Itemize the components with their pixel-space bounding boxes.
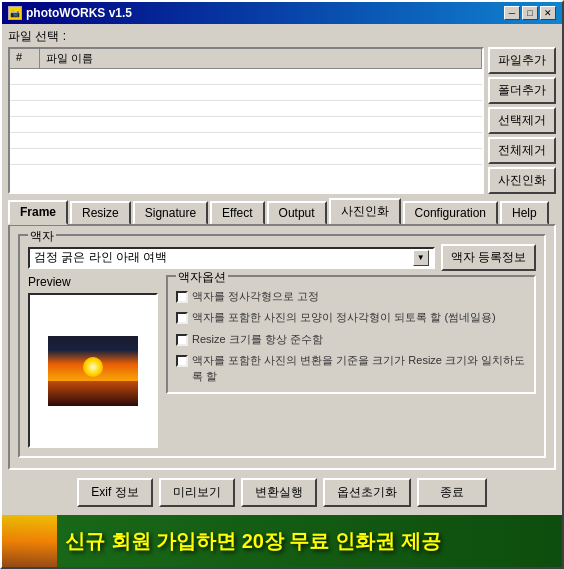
preview-area: Preview [28, 275, 158, 448]
checkbox-row-1: 액자를 정사각형으로 고정 [176, 289, 526, 304]
dropdown-value: 검정 굵은 라인 아래 여백 [34, 249, 167, 266]
checkbox-row-2: 액자를 포함한 사진의 모양이 정사각형이 되토록 할 (썸네일용) [176, 310, 526, 325]
ad-image-inner [2, 515, 57, 567]
preview-button[interactable]: 미리보기 [159, 478, 235, 507]
checkbox-fit-shape-label: 액자를 포함한 사진의 모양이 정사각형이 되토록 할 (썸네일용) [192, 310, 496, 325]
tabs-container: Frame Resize Signature Effect Output 사진인… [8, 198, 556, 470]
frame-main: Preview [28, 275, 536, 448]
main-window: 📷 photoWORKS v1.5 ─ □ ✕ 파일 선택 : # 파일 이름 [0, 0, 564, 569]
tab-help[interactable]: Help [500, 201, 549, 225]
preview-image [48, 336, 138, 406]
frame-dropdown[interactable]: 검정 굵은 라인 아래 여백 ▼ [28, 247, 435, 269]
window-controls: ─ □ ✕ [504, 6, 556, 20]
checkbox-fix-rect[interactable] [176, 291, 188, 303]
remove-selected-button[interactable]: 선택제거 [488, 107, 556, 134]
photo-print-button[interactable]: 사진인화 [488, 167, 556, 194]
tab-effect[interactable]: Effect [210, 201, 264, 225]
ad-text: 신규 회원 가입하면 20장 무료 인화권 제공 [57, 528, 449, 555]
options-section-label: 액자옵션 [176, 269, 228, 286]
file-section: 파일 선택 : # 파일 이름 [8, 28, 556, 194]
exif-button[interactable]: Exif 정보 [77, 478, 152, 507]
file-table-container: # 파일 이름 파일추가 폴더추가 선택제거 [8, 47, 556, 194]
tab-signature[interactable]: Signature [133, 201, 208, 225]
table-body[interactable] [10, 69, 482, 179]
col-name: 파일 이름 [40, 49, 482, 68]
sunset-background [48, 336, 138, 406]
file-table: # 파일 이름 [8, 47, 484, 194]
checkbox-resize-comply-label: Resize 크기를 항상 준수함 [192, 332, 323, 347]
file-buttons: 파일추가 폴더추가 선택제거 전체제거 사진인화 [488, 47, 556, 194]
ad-image [2, 515, 57, 567]
table-row [10, 69, 482, 85]
sun-element [83, 357, 103, 377]
frame-section-label: 액자 [28, 228, 56, 245]
frame-register-button[interactable]: 액자 등록정보 [441, 244, 536, 271]
exit-button[interactable]: 종료 [417, 478, 487, 507]
checkbox-resize-comply[interactable] [176, 334, 188, 346]
tab-configuration[interactable]: Configuration [403, 201, 498, 225]
checkbox-fix-rect-label: 액자를 정사각형으로 고정 [192, 289, 319, 304]
tab-photo-print[interactable]: 사진인화 [329, 198, 401, 225]
preview-label: Preview [28, 275, 158, 289]
col-hash: # [10, 49, 40, 68]
convert-button[interactable]: 변환실행 [241, 478, 317, 507]
checkbox-row-3: Resize 크기를 항상 준수함 [176, 332, 526, 347]
checkbox-resize-match[interactable] [176, 355, 188, 367]
dropdown-arrow-icon: ▼ [413, 250, 429, 266]
tabs-row: Frame Resize Signature Effect Output 사진인… [8, 198, 556, 224]
file-section-label: 파일 선택 : [8, 28, 556, 45]
add-folder-button[interactable]: 폴더추가 [488, 77, 556, 104]
table-row [10, 85, 482, 101]
tab-output[interactable]: Output [267, 201, 327, 225]
frame-options: 액자옵션 액자를 정사각형으로 고정 액자를 포함한 사진의 모양이 정사각형이… [166, 275, 536, 448]
checkbox-resize-match-label: 액자를 포함한 사진의 변환을 기준을 크기가 Resize 크기와 일치하도록… [192, 353, 526, 384]
checkbox-fit-shape[interactable] [176, 312, 188, 324]
app-icon: 📷 [8, 6, 22, 20]
maximize-button[interactable]: □ [522, 6, 538, 20]
reset-options-button[interactable]: 옵션초기화 [323, 478, 411, 507]
tab-frame[interactable]: Frame [8, 200, 68, 225]
window-title: photoWORKS v1.5 [26, 6, 132, 20]
tab-resize[interactable]: Resize [70, 201, 131, 225]
table-row [10, 101, 482, 117]
preview-box [28, 293, 158, 448]
options-group: 액자옵션 액자를 정사각형으로 고정 액자를 포함한 사진의 모양이 정사각형이… [166, 275, 536, 394]
ad-banner[interactable]: 신규 회원 가입하면 20장 무료 인화권 제공 [2, 515, 562, 567]
frame-top: 검정 굵은 라인 아래 여백 ▼ 액자 등록정보 [28, 244, 536, 271]
checkbox-row-4: 액자를 포함한 사진의 변환을 기준을 크기가 Resize 크기와 일치하도록… [176, 353, 526, 384]
tab-content-frame: 액자 검정 굵은 라인 아래 여백 ▼ 액자 등록정보 Preview [8, 224, 556, 470]
table-row [10, 133, 482, 149]
title-bar: 📷 photoWORKS v1.5 ─ □ ✕ [2, 2, 562, 24]
frame-section-group: 액자 검정 굵은 라인 아래 여백 ▼ 액자 등록정보 Preview [18, 234, 546, 458]
title-bar-left: 📷 photoWORKS v1.5 [8, 6, 132, 20]
minimize-button[interactable]: ─ [504, 6, 520, 20]
table-row [10, 117, 482, 133]
water-reflection [48, 381, 138, 406]
add-file-button[interactable]: 파일추가 [488, 47, 556, 74]
bottom-buttons: Exif 정보 미리보기 변환실행 옵션초기화 종료 [8, 474, 556, 511]
window-body: 파일 선택 : # 파일 이름 [2, 24, 562, 515]
close-button[interactable]: ✕ [540, 6, 556, 20]
table-row [10, 149, 482, 165]
table-header: # 파일 이름 [10, 49, 482, 69]
remove-all-button[interactable]: 전체제거 [488, 137, 556, 164]
